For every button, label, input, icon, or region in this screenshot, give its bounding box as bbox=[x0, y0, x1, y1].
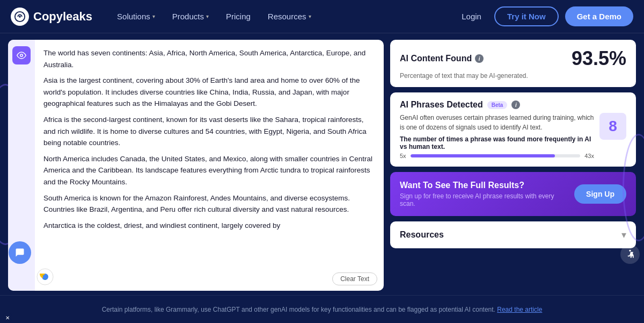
cta-subtitle: Sign up for free to receive AI phrase re… bbox=[400, 192, 568, 207]
login-button[interactable]: Login bbox=[455, 12, 488, 21]
svg-point-2 bbox=[20, 54, 23, 57]
info-icon[interactable]: i bbox=[475, 54, 484, 63]
ai-content-subtitle: Percentage of text that may be AI-genera… bbox=[400, 72, 626, 80]
range-min: 5x bbox=[400, 153, 406, 159]
text-paragraph-5: South America is known for the Amazon Ra… bbox=[43, 192, 375, 216]
text-input-panel: The world has seven continents: Asia, Af… bbox=[8, 40, 384, 291]
chevron-down-icon: ▾ bbox=[621, 229, 626, 241]
ai-percentage: 93.5% bbox=[572, 47, 626, 70]
info-icon-phrases[interactable]: i bbox=[511, 101, 520, 109]
svg-point-6 bbox=[629, 250, 631, 252]
ai-content-title: AI Content Found i bbox=[400, 54, 484, 63]
close-button[interactable]: ✕ bbox=[3, 313, 12, 322]
footer-text: Certain platforms, like Grammarly, use C… bbox=[102, 306, 495, 313]
try-now-button[interactable]: Try it Now bbox=[494, 6, 559, 26]
text-paragraph-2: Asia is the largest continent, covering … bbox=[43, 75, 375, 110]
text-display-area: The world has seven continents: Asia, Af… bbox=[35, 40, 384, 291]
chevron-down-icon: ▾ bbox=[309, 13, 311, 19]
ai-phrases-card: AI Phrases Detected Beta i GenAI often o… bbox=[390, 92, 636, 167]
phrases-desc: GenAI often overuses certain phrases lea… bbox=[400, 113, 594, 132]
signup-button[interactable]: Sign Up bbox=[574, 184, 626, 204]
chevron-down-icon: ▾ bbox=[152, 13, 155, 19]
eye-icon[interactable] bbox=[12, 46, 31, 64]
footer-link[interactable]: Read the article bbox=[497, 306, 542, 313]
ai-content-header: AI Content Found i 93.5% bbox=[400, 47, 626, 70]
accessibility-button[interactable] bbox=[620, 245, 640, 264]
resources-card[interactable]: Resources ▾ bbox=[390, 221, 636, 248]
logo[interactable]: Copyleaks bbox=[11, 8, 92, 26]
nav-items: Solutions ▾ Products ▾ Pricing Resources… bbox=[108, 0, 455, 33]
logo-text: Copyleaks bbox=[33, 10, 92, 24]
freq-label: The number of times a phrase was found m… bbox=[400, 135, 594, 150]
progress-bar-fill bbox=[411, 154, 555, 157]
chat-button[interactable] bbox=[9, 241, 31, 264]
progress-bar-background bbox=[411, 154, 581, 157]
nav-solutions[interactable]: Solutions ▾ bbox=[108, 0, 164, 33]
nav-pricing[interactable]: Pricing bbox=[217, 0, 259, 33]
text-paragraph-1: The world has seven continents: Asia, Af… bbox=[43, 47, 375, 70]
chrome-icon bbox=[36, 268, 54, 288]
cta-text: Want To See The Full Results? Sign up fo… bbox=[400, 181, 568, 207]
cta-card: Want To See The Full Results? Sign up fo… bbox=[390, 172, 636, 216]
nav-resources[interactable]: Resources ▾ bbox=[259, 0, 320, 33]
phrases-left: GenAI often overuses certain phrases lea… bbox=[400, 113, 594, 159]
progress-row: 5x 43x bbox=[400, 153, 594, 159]
phrases-count: 8 bbox=[599, 113, 626, 140]
svg-point-1 bbox=[19, 16, 21, 18]
text-paragraph-4: North America includes Canada, the Unite… bbox=[43, 153, 375, 188]
resources-title: Resources bbox=[400, 230, 444, 240]
logo-icon bbox=[11, 8, 29, 26]
get-demo-button[interactable]: Get a Demo bbox=[565, 6, 633, 26]
svg-point-5 bbox=[43, 275, 47, 279]
navbar: Copyleaks Solutions ▾ Products ▾ Pricing… bbox=[0, 0, 644, 33]
ai-content-card: AI Content Found i 93.5% Percentage of t… bbox=[390, 40, 636, 87]
range-max: 43x bbox=[584, 153, 594, 159]
text-paragraph-3: Africa is the second-largest continent, … bbox=[43, 114, 375, 149]
cta-title: Want To See The Full Results? bbox=[400, 181, 568, 190]
clear-text-button[interactable]: Clear Text bbox=[332, 272, 377, 285]
ai-phrases-title: AI Phrases Detected bbox=[400, 100, 483, 110]
ai-phrases-header: AI Phrases Detected Beta i bbox=[400, 100, 626, 110]
results-panel: AI Content Found i 93.5% Percentage of t… bbox=[390, 40, 636, 291]
text-paragraph-6: Antarctica is the coldest, driest, and w… bbox=[43, 220, 375, 232]
beta-badge: Beta bbox=[487, 101, 508, 109]
main-content: The world has seven continents: Asia, Af… bbox=[0, 33, 644, 295]
phrases-content: GenAI often overuses certain phrases lea… bbox=[400, 113, 626, 159]
chevron-down-icon: ▾ bbox=[206, 13, 209, 19]
footer: Certain platforms, like Grammarly, use C… bbox=[0, 295, 644, 323]
nav-right: Login Try it Now Get a Demo bbox=[455, 6, 633, 26]
nav-products[interactable]: Products ▾ bbox=[164, 0, 217, 33]
